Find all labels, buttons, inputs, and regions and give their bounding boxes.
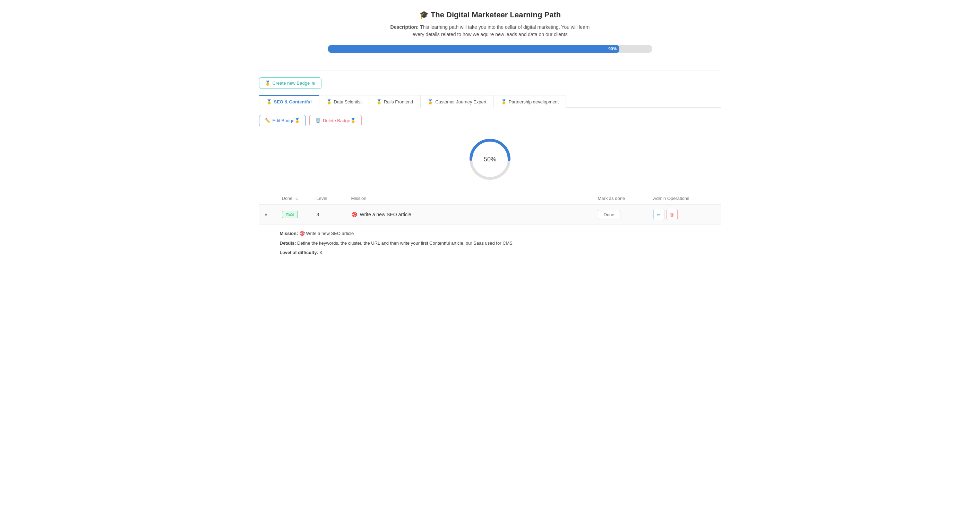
row-mission-text: Write a new SEO article [360, 212, 411, 217]
row-expand-button[interactable]: ▾ [265, 211, 267, 218]
circular-progress: 50% [468, 137, 512, 182]
page-title: 🎓 The Digital Marketeer Learning Path [259, 10, 721, 19]
delete-badge-icon: 🗑️ [315, 118, 321, 123]
detail-details-label: Details: [280, 241, 296, 246]
row-level-value: 3 [317, 212, 320, 217]
tab-rails-frontend[interactable]: 🥇 Rails Frontend [369, 95, 421, 108]
delete-trash-icon: 🗑 [670, 212, 674, 217]
detail-level-label: Level of difficulty: [280, 250, 318, 255]
edit-pencil-icon: ✏ [657, 212, 660, 217]
detail-row: Mission: 🎯 Write a new SEO article Detai… [259, 225, 721, 266]
edit-badge-icon: ✏️ [265, 118, 270, 123]
tabs-container: 🥇 SEO & Contentful 🥇 Data Scientist 🥇 Ra… [259, 95, 721, 108]
detail-level-line: Level of difficulty: 3 [280, 249, 700, 256]
detail-mission-label: Mission: [280, 231, 298, 236]
tab-data-label: Data Scientist [334, 99, 362, 104]
admin-ops-header-label: Admin Operations [653, 196, 689, 201]
table-header: Done ⇅ Level Mission Mark as done Admin … [259, 192, 721, 205]
detail-details-line: Details: Define the keywords, the cluste… [280, 240, 700, 247]
progress-bar-label: 90% [608, 46, 617, 51]
table-row: ▾ YES 3 🎯 Write a new SEO article Done ✏ [259, 205, 721, 225]
tab-partnership-label: Partnership development [509, 99, 559, 104]
level-header-label: Level [317, 196, 327, 201]
detail-details-text: Define the keywords, the cluster, the UR… [297, 241, 512, 246]
tab-partnership-icon: 🥇 [501, 99, 507, 104]
chevron-down-icon: ▾ [265, 212, 267, 218]
detail-mission-line: Mission: 🎯 Write a new SEO article [280, 230, 700, 237]
tab-seo-contentful[interactable]: 🥇 SEO & Contentful [259, 95, 319, 108]
done-sort-icon[interactable]: ⇅ [295, 197, 298, 201]
detail-mission-icon: 🎯 [299, 231, 305, 236]
table-container: Done ⇅ Level Mission Mark as done Admin … [259, 192, 721, 266]
header-section: 🎓 The Digital Marketeer Learning Path De… [259, 7, 721, 63]
mission-header-label: Mission [351, 196, 366, 201]
col-admin-ops: Admin Operations [653, 196, 716, 201]
done-header-label: Done [282, 196, 293, 201]
create-badge-button[interactable]: 🥇 Create new Badge ⊕ [259, 77, 322, 89]
row-level-cell: 3 [317, 212, 351, 217]
page-description: Description: This learning path will tak… [386, 24, 594, 38]
mark-done-header-label: Mark as done [598, 196, 625, 201]
row-admin-ops-cell: ✏ 🗑 [653, 209, 716, 220]
row-edit-button[interactable]: ✏ [653, 209, 665, 220]
tab-seo-label: SEO & Contentful [274, 99, 312, 104]
progress-bar-container: 90% [328, 45, 652, 53]
tab-partnership[interactable]: 🥇 Partnership development [494, 95, 566, 108]
col-expand [265, 196, 282, 201]
col-level: Level [317, 196, 351, 201]
detail-mission-text: Write a new SEO article [306, 231, 354, 236]
row-done-cell: YES [282, 210, 317, 218]
mark-done-button[interactable]: Done [598, 210, 620, 219]
edit-badge-button[interactable]: ✏️ Edit Badge🥇 [259, 115, 306, 126]
tab-customer-icon: 🥇 [428, 99, 433, 104]
badge-actions: ✏️ Edit Badge🥇 🗑️ Delete Badge🥇 [259, 115, 721, 126]
tab-rails-icon: 🥇 [376, 99, 382, 104]
col-mission: Mission [351, 196, 598, 201]
row-expand-cell: ▾ [265, 211, 282, 218]
description-text: This learning path will take you into th… [412, 24, 590, 37]
col-mark-as-done: Mark as done [598, 196, 653, 201]
edit-badge-label: Edit Badge🥇 [272, 118, 300, 123]
circular-progress-container: 50% [259, 137, 721, 182]
tab-rails-label: Rails Frontend [384, 99, 414, 104]
tab-customer-label: Customer Journey Expert [435, 99, 486, 104]
detail-level-value: 3 [320, 250, 322, 255]
tab-data-icon: 🥇 [326, 99, 332, 104]
row-delete-button[interactable]: 🗑 [667, 209, 678, 220]
create-badge-icon: 🥇 [265, 81, 270, 86]
description-prefix: Description: [390, 24, 419, 30]
tab-customer-journey[interactable]: 🥇 Customer Journey Expert [420, 95, 493, 108]
row-mission-cell: 🎯 Write a new SEO article [351, 212, 598, 217]
tab-data-scientist[interactable]: 🥇 Data Scientist [319, 95, 369, 108]
create-badge-plus-icon: ⊕ [312, 81, 315, 86]
mission-emoji-icon: 🎯 [351, 212, 357, 217]
row-mark-done-cell: Done [598, 210, 653, 219]
done-badge: YES [282, 210, 298, 218]
circular-progress-label: 50% [484, 156, 496, 163]
progress-bar-fill: 90% [328, 45, 619, 53]
col-done: Done ⇅ [282, 196, 317, 201]
delete-badge-label: Delete Badge🥇 [323, 118, 356, 123]
create-badge-label: Create new Badge [272, 81, 310, 86]
tab-seo-icon: 🥇 [266, 99, 272, 104]
delete-badge-button[interactable]: 🗑️ Delete Badge🥇 [309, 115, 362, 126]
section-divider [259, 70, 721, 70]
